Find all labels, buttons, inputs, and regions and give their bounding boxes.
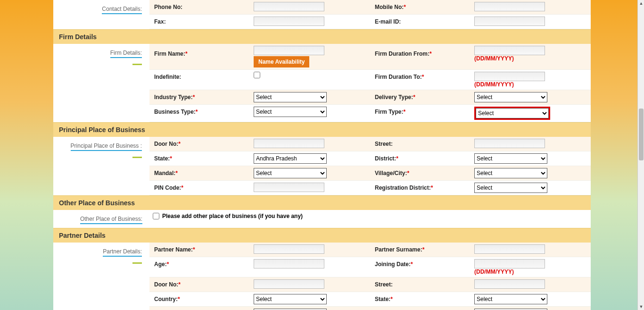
- name-availability-button[interactable]: Name Availability: [254, 56, 309, 67]
- firm-header: Firm Details: [53, 29, 591, 44]
- phone-label: Phone No:: [149, 0, 251, 14]
- ppb-street-label: Street:: [370, 137, 471, 151]
- date-hint-from: (DD/MM/YYYY): [474, 55, 514, 62]
- form-container: Contact Details: Phone No: Mobile No:* F…: [53, 0, 591, 310]
- firm-type-label: Firm Type:*: [370, 105, 471, 122]
- ppb-header: Principal Place of Business: [53, 122, 591, 137]
- ppb-sublabel: Principal Place of Business :: [71, 142, 142, 151]
- partner-door-label: Door No:*: [149, 277, 251, 292]
- partner-state-select[interactable]: Select: [474, 294, 547, 304]
- partner-name-label: Partner Name:*: [149, 243, 251, 257]
- scroll-thumb[interactable]: [639, 109, 644, 160]
- phone-input[interactable]: [254, 2, 324, 11]
- partner-street-label: Street:: [370, 277, 471, 292]
- scroll-down-arrow[interactable]: ▼: [639, 304, 644, 309]
- scroll-up-arrow[interactable]: ▲: [639, 1, 644, 6]
- date-hint-to: (DD/MM/YYYY): [474, 81, 514, 88]
- mobile-input[interactable]: [474, 2, 545, 11]
- ppb-state-select[interactable]: Andhra Pradesh: [254, 153, 327, 164]
- partner-name-input[interactable]: [254, 244, 324, 254]
- duration-to-label: Firm Duration To:*: [370, 70, 471, 90]
- fax-label: Fax:: [149, 15, 251, 29]
- firm-type-highlight: Select: [474, 107, 550, 120]
- ppb-village-select[interactable]: Select: [474, 168, 547, 178]
- ppb-regdist-select[interactable]: Select: [474, 183, 547, 193]
- indefinite-label: Indefinite:: [149, 70, 251, 90]
- ppb-pin-label: PIN Code:*: [149, 181, 251, 195]
- ppb-street-input[interactable]: [474, 139, 545, 148]
- mobile-label: Mobile No:*: [370, 0, 471, 14]
- ppb-door-label: Door No:*: [149, 137, 251, 151]
- partner-date-hint: (DD/MM/YYYY): [474, 268, 514, 275]
- partner-section: Partner Details: Partner Name:* Partner …: [53, 243, 591, 310]
- delivery-label: Delivery Type:*: [370, 90, 471, 104]
- partner-age-label: Age:*: [149, 257, 251, 277]
- partner-district-label: District:*: [149, 307, 251, 310]
- ppb-state-label: State:*: [149, 151, 251, 166]
- ppb-door-input[interactable]: [254, 139, 324, 148]
- business-label: Business Type:*: [149, 105, 251, 122]
- firm-sublabel: Firm Details:: [110, 50, 142, 58]
- firm-name-label: Firm Name:*: [149, 44, 251, 61]
- opb-header: Other Place of Business: [53, 195, 591, 210]
- duration-to-input[interactable]: [474, 72, 545, 81]
- partner-age-input[interactable]: [254, 259, 324, 268]
- business-select[interactable]: Select: [254, 107, 327, 117]
- partner-door-input[interactable]: [254, 279, 324, 289]
- firm-type-select[interactable]: Select: [476, 108, 549, 118]
- industry-select[interactable]: Select: [254, 92, 327, 102]
- ppb-pin-input[interactable]: [254, 183, 324, 192]
- ppb-district-label: District:*: [370, 151, 471, 166]
- partner-joining-input[interactable]: [474, 259, 545, 268]
- ppb-section: Principal Place of Business : Door No:* …: [53, 137, 591, 195]
- opb-section: Other Place of Business: Please add othe…: [53, 210, 591, 228]
- partner-mandal-label: Mandal:*: [370, 307, 471, 310]
- ppb-regdist-label: Registration District:*: [370, 181, 471, 195]
- page-scrollbar[interactable]: ▲ ▼: [637, 0, 644, 310]
- indefinite-checkbox[interactable]: [254, 72, 260, 78]
- firm-name-input[interactable]: [254, 46, 324, 55]
- partner-surname-input[interactable]: [474, 244, 545, 254]
- partner-header: Partner Details: [53, 228, 591, 243]
- partner-surname-label: Partner Surname:*: [370, 243, 471, 257]
- duration-from-label: Firm Duration From:*: [370, 44, 471, 61]
- partner-country-select[interactable]: Select: [254, 294, 327, 304]
- ppb-mandal-select[interactable]: Select: [254, 168, 327, 178]
- contact-section: Contact Details: Phone No: Mobile No:* F…: [53, 0, 591, 29]
- partner-sublabel: Partner Details:: [103, 248, 142, 257]
- partner-street-input[interactable]: [474, 279, 545, 289]
- email-input[interactable]: [474, 17, 545, 26]
- ppb-mandal-label: Mandal:*: [149, 166, 251, 180]
- firm-section: Firm Details: Firm Name:* Name Availabil…: [53, 44, 591, 122]
- partner-state-label: State:*: [370, 292, 471, 306]
- email-label: E-mail ID:: [370, 15, 471, 29]
- fax-input[interactable]: [254, 17, 324, 26]
- partner-country-label: Country:*: [149, 292, 251, 306]
- opb-sublabel: Other Place of Business:: [80, 216, 142, 224]
- contact-sublabel: Contact Details:: [102, 6, 142, 14]
- industry-label: Industry Type:*: [149, 90, 251, 104]
- partner-joining-label: Joining Date:*: [370, 257, 471, 277]
- duration-from-input[interactable]: [474, 46, 545, 55]
- ppb-district-select[interactable]: Select: [474, 153, 547, 164]
- delivery-select[interactable]: Select: [474, 92, 547, 102]
- ppb-village-label: Village/City:*: [370, 166, 471, 180]
- opb-checkbox[interactable]: [153, 213, 159, 219]
- opb-checkbox-label: Please add other place of business (if y…: [162, 213, 303, 219]
